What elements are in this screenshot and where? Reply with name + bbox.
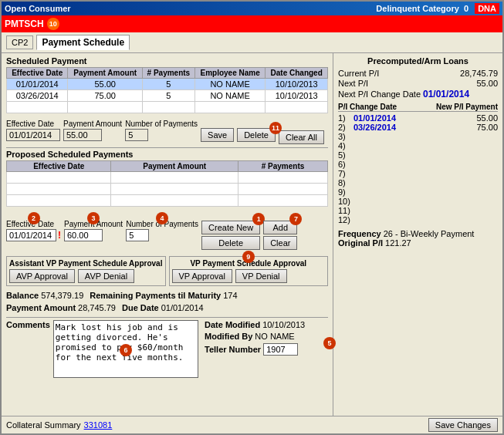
original-pi-row: Original P/I 121.27 [338,238,498,248]
pi-payment-2: 75.00 [476,123,498,132]
prop-eff-date-wrap: 2 Effective Date ! [6,220,61,241]
eff-date-label: Effective Date [6,120,60,128]
cp2-tab[interactable]: CP2 [6,35,33,49]
pi-row-8: 8) [338,178,498,187]
payment-amount-label: Payment Amount [63,120,122,128]
balance-label: Balance [6,291,39,300]
vp-buttons: VP Approval VP Denial [172,269,326,283]
next-pi-value: 55.00 [476,79,498,88]
pi-payment-1: 55.00 [476,113,498,123]
eff-date-value: 01/01/2014 [6,129,60,141]
collateral-link[interactable]: 331081 [84,420,113,430]
payment-amount-field: Payment Amount 55.00 [63,120,122,141]
main-window: Open Consumer Delinquent Category 0 DNA … [0,0,504,435]
table-row[interactable]: 03/26/2014 75.00 5 NO NAME 10/10/2013 [7,90,328,102]
avp-title: Assistant VP Payment Schedule Approval [9,259,163,268]
pi-row-9: 9) [338,187,498,197]
current-pi-row: Current P/I 28,745.79 [338,69,498,78]
create-new-button[interactable]: Create New [201,221,260,234]
pi-num: 4) [338,141,350,150]
collateral-label: Collateral Summary [6,420,81,430]
pi-rows: 1) 01/01/2014 55.00 2) 03/26/2014 75.00 … [338,113,498,224]
payment-schedule-tab[interactable]: Payment Schedule [36,35,130,50]
save-changes-button[interactable]: Save Changes [428,418,498,432]
date-modified-label: Date Modified [205,320,260,329]
left-panel: Scheduled Payment Effective Date Payment… [2,53,333,416]
prop-delete-button[interactable]: Delete [201,236,260,250]
prop-num-input[interactable] [126,229,149,241]
clear-button[interactable]: Clear [263,236,297,250]
col-num-payments: # Payments [142,68,194,79]
pi-col-date-header: P/I Change Date [338,103,397,111]
save-button[interactable]: Save [201,128,234,142]
title-bar: Open Consumer Delinquent Category 0 DNA [2,2,502,15]
col-payment-amount: Payment Amount [68,68,143,79]
pi-date-1: 01/01/2014 [353,113,396,123]
circle-7: 7 [289,213,302,225]
comments-row: Comments 6 Mark lost his job and is gett… [6,320,198,379]
circle-5: 5 [323,337,336,349]
num-payments-label: Number of Payments [125,120,198,128]
pi-row-6: 6) [338,160,498,169]
next-pi-change-label: Next P/I Change Date [338,89,421,99]
table-row[interactable] [7,184,328,195]
pi-table-header: P/I Change Date New P/I Payment [338,103,498,112]
remaining-label: Remaining Payments til Maturity [90,291,221,300]
frequency-value: 26 - Bi-Weekly Payment [384,229,475,238]
create-new-wrap: 1 Create New Delete [201,221,260,250]
balance-value: 574,379.19 [41,291,83,300]
eff-date-field: Effective Date 01/01/2014 [6,120,60,141]
original-pi-label: Original P/I [338,238,383,248]
content-area: Scheduled Payment Effective Date Payment… [2,53,502,416]
next-pi-row: Next P/I 55.00 [338,79,498,88]
pi-row-12: 12) [338,215,498,224]
original-pi-value: 121.27 [385,238,411,248]
vp-approval-button[interactable]: VP Approval [172,269,232,283]
pi-num: 6) [338,160,350,169]
avp-denial-button[interactable]: AVP Denial [78,269,134,283]
table-row[interactable]: 01/01/2014 55.00 5 NO NAME 10/10/2013 [7,79,328,90]
avp-buttons: AVP Approval AVP Denial [9,269,163,283]
pi-num: 1) [338,113,350,123]
circle-3: 3 [87,212,100,224]
avp-approval-button[interactable]: AVP Approval [9,269,75,283]
vp-denial-button[interactable]: VP Denial [235,269,287,283]
date-modified-row: Date Modified 10/10/2013 [205,320,328,329]
modified-by-row: Modified By NO NAME [205,332,328,341]
pi-row-5: 5) [338,150,498,160]
pi-num: 10) [338,197,350,206]
circle-4: 4 [156,212,168,224]
remaining-field: Remaining Payments til Maturity 174 [90,291,237,300]
table-row[interactable] [7,172,328,184]
current-pi-label: Current P/I [338,69,379,78]
date-modified-section: Date Modified 10/10/2013 Modified By NO … [205,320,328,379]
teller-input[interactable] [263,343,298,356]
clear-all-button[interactable]: Clear All [279,130,324,144]
proposed-section: Proposed Scheduled Payments Effective Da… [6,147,328,208]
dna-badge: DNA [475,3,499,14]
pmtsch-tab-label[interactable]: PMTSCH [5,19,44,29]
balance-field: Balance 574,379.19 [6,291,83,300]
pi-num: 9) [338,187,350,197]
summary-section: Balance 574,379.19 Remaining Payments ti… [6,291,328,300]
teller-label: Teller Number [205,345,261,354]
prop-eff-date-input[interactable] [6,229,56,241]
title-bar-right: Delinquent Category 0 DNA [376,3,499,14]
next-pi-label: Next P/I [338,79,368,88]
summary-row2: Payment Amount 28,745.79 Due Date 01/01/… [6,303,328,312]
avp-approval-section: Assistant VP Payment Schedule Approval A… [6,256,166,286]
table-row[interactable] [7,195,328,207]
vp-approval-section: 9 VP Payment Schedule Approval VP Approv… [169,256,329,286]
scheduled-buttons: Save [201,128,234,142]
clear-all-section: Clear All [279,130,324,144]
scheduled-section: Scheduled Payment Effective Date Payment… [6,56,328,113]
frequency-section: Frequency 26 - Bi-Weekly Payment Origina… [338,229,498,248]
comments-section: Comments 6 Mark lost his job and is gett… [6,320,198,379]
right-panel: Precomputed/Arm Loans Current P/I 28,745… [333,53,502,416]
delinquent-label: Delinquent Category 0 [376,4,468,13]
scheduled-table: Effective Date Payment Amount # Payments… [6,67,328,113]
modified-by-label: Modified By [205,332,252,341]
prop-payment-input[interactable] [64,229,103,241]
modified-by-value: NO NAME [255,332,294,341]
table-row[interactable] [7,102,328,113]
